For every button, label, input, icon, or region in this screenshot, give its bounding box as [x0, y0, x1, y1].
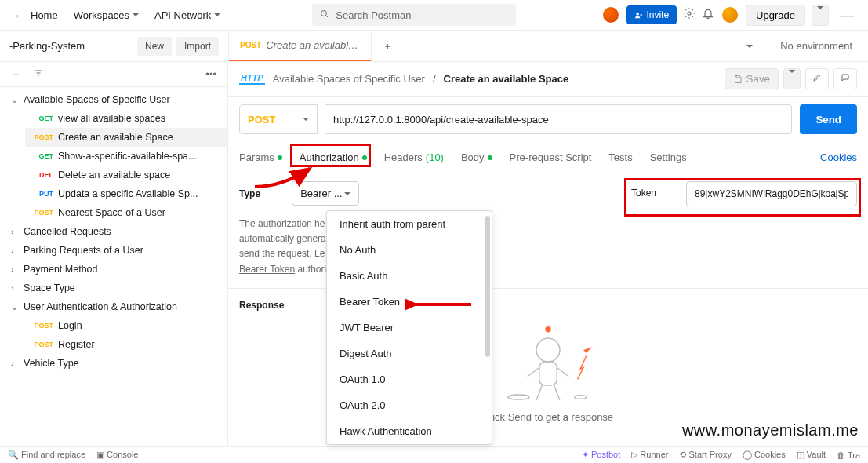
- auth-menu-item[interactable]: Inherit auth from parent: [327, 211, 492, 237]
- sidebar-request-item[interactable]: GETview all available spaces: [25, 109, 227, 128]
- runner-button[interactable]: ▷ Runner: [631, 450, 668, 460]
- tab-body[interactable]: Body: [461, 145, 492, 170]
- save-button[interactable]: Save: [725, 68, 779, 89]
- request-label: view all available spaces: [58, 113, 165, 124]
- sidebar-folder[interactable]: ⌄User Authentication & Authorization: [0, 297, 227, 316]
- more-icon[interactable]: •••: [205, 68, 216, 80]
- breadcrumb-parent[interactable]: Available Spaces of Specific User: [273, 73, 425, 85]
- method-value: POST: [248, 114, 275, 126]
- chevron-icon: ›: [11, 359, 19, 368]
- tab-settings[interactable]: Settings: [650, 145, 687, 170]
- user-avatar[interactable]: [721, 5, 739, 24]
- sidebar-request-item[interactable]: POSTCreate an available Space: [25, 128, 227, 147]
- method-badge: POST: [28, 322, 53, 330]
- token-input[interactable]: [686, 181, 857, 206]
- home-button[interactable]: Home: [24, 5, 64, 26]
- response-empty-hint: Click Send to get a response: [483, 411, 613, 423]
- request-label: Login: [58, 320, 82, 331]
- sidebar-request-item[interactable]: POSTLogin: [25, 316, 227, 335]
- home-label: Home: [31, 9, 58, 21]
- auth-menu-item[interactable]: Bearer Token: [327, 289, 492, 315]
- method-badge: POST: [28, 341, 53, 348]
- settings-icon[interactable]: [683, 7, 695, 23]
- tab-overflow[interactable]: [735, 31, 764, 61]
- tab-headers[interactable]: Headers(10): [384, 145, 444, 170]
- auth-menu-item[interactable]: Hawk Authentication: [327, 418, 492, 444]
- api-network-dropdown[interactable]: API Network: [148, 5, 227, 26]
- sidebar-folder[interactable]: ›Payment Method: [0, 260, 227, 279]
- svg-point-10: [536, 338, 560, 362]
- tab-prerequest[interactable]: Pre-request Script: [510, 145, 592, 170]
- sidebar-folder[interactable]: ›Space Type: [0, 279, 227, 297]
- invite-button[interactable]: Invite: [626, 5, 677, 24]
- startproxy-button[interactable]: ⟲ Start Proxy: [679, 450, 731, 460]
- send-button[interactable]: Send: [800, 104, 857, 134]
- nav-forward-icon[interactable]: →: [9, 9, 21, 22]
- no-env-label: No environment: [780, 40, 852, 52]
- find-replace-button[interactable]: 🔍 Find and replace: [8, 450, 85, 460]
- comment-icon[interactable]: [833, 68, 857, 89]
- tab-tests[interactable]: Tests: [608, 145, 632, 170]
- upgrade-button[interactable]: Upgrade: [746, 5, 805, 26]
- auth-menu-item[interactable]: Digest Auth: [327, 341, 492, 366]
- auth-menu-item[interactable]: OAuth 2.0: [327, 392, 492, 418]
- environment-selector[interactable]: No environment: [764, 31, 868, 61]
- console-button[interactable]: ▣ Console: [96, 450, 138, 460]
- tab-add[interactable]: ＋: [371, 31, 404, 61]
- auth-menu-item[interactable]: No Auth: [327, 237, 492, 263]
- svg-line-13: [528, 367, 539, 376]
- request-label: Show-a-specific-available-spa...: [58, 151, 196, 162]
- workspace-title: -Parking-System: [9, 40, 85, 52]
- sidebar-request-item[interactable]: POSTRegister: [25, 335, 227, 354]
- global-search[interactable]: Search Postman: [312, 4, 516, 26]
- notifications-icon[interactable]: [702, 7, 714, 23]
- sidebar-folder[interactable]: ⌄Available Spaces of Specific User: [0, 90, 227, 109]
- upgrade-caret[interactable]: [812, 5, 829, 26]
- auth-type-menu: Inherit auth from parentNo AuthBasic Aut…: [326, 210, 492, 445]
- sidebar-folder[interactable]: ›Vehicle Type: [0, 354, 227, 373]
- team-avatar[interactable]: [601, 5, 620, 24]
- auth-menu-item[interactable]: JWT Bearer: [327, 315, 492, 341]
- tab-body-label: Body: [461, 151, 485, 163]
- auth-type-dropdown[interactable]: Bearer ...: [292, 181, 359, 206]
- auth-menu-item[interactable]: Basic Auth: [327, 263, 492, 289]
- add-icon[interactable]: ＋: [11, 67, 21, 82]
- url-input[interactable]: [325, 104, 792, 134]
- chevron-icon: ⌄: [11, 95, 19, 105]
- vault-button[interactable]: ◫ Vault: [797, 450, 826, 460]
- request-tab[interactable]: POST Create an available Space: [229, 31, 371, 61]
- tab-auth-label: Authorization: [300, 151, 359, 163]
- sidebar-folder[interactable]: ›Parking Requests of a User: [0, 241, 227, 260]
- minimize-icon[interactable]: —: [835, 7, 859, 24]
- scrollbar[interactable]: [485, 216, 490, 357]
- sidebar-request-item[interactable]: POSTNearest Space of a User: [25, 203, 227, 222]
- chevron-icon: ›: [11, 227, 19, 236]
- save-caret[interactable]: [783, 68, 801, 89]
- method-badge: GET: [28, 152, 53, 160]
- sidebar-request-item[interactable]: GETShow-a-specific-available-spa...: [25, 147, 227, 166]
- edit-icon[interactable]: [805, 68, 829, 89]
- breadcrumb-sep: /: [433, 73, 436, 85]
- runner-label: Runner: [640, 450, 668, 459]
- import-button[interactable]: Import: [176, 37, 219, 56]
- folder-label: Available Spaces of Specific User: [24, 94, 170, 105]
- tab-params[interactable]: Params: [239, 145, 282, 170]
- auth-menu-item[interactable]: OAuth 1.0: [327, 366, 492, 392]
- trash-button[interactable]: 🗑 Tra: [837, 450, 860, 460]
- workspaces-dropdown[interactable]: Workspaces: [67, 5, 145, 26]
- new-button[interactable]: New: [137, 37, 172, 56]
- postbot-label: Postbot: [591, 450, 620, 459]
- cookies-link[interactable]: Cookies: [820, 151, 857, 163]
- svg-point-18: [575, 396, 587, 399]
- auth-type-label: Type: [239, 188, 260, 199]
- svg-line-1: [326, 15, 329, 17]
- sidebar-request-item[interactable]: PUTUpdata a specific Available Sp...: [25, 184, 227, 203]
- tab-authorization[interactable]: Authorization: [300, 145, 367, 170]
- auth-help-link[interactable]: Bearer Token: [239, 264, 295, 275]
- postbot-button[interactable]: ✦ Postbot: [582, 450, 620, 460]
- http-method-dropdown[interactable]: POST: [239, 104, 318, 134]
- sidebar-folder[interactable]: ›Cancelled Requests: [0, 222, 227, 241]
- cookies-button[interactable]: ◯ Cookies: [743, 450, 786, 460]
- sidebar-request-item[interactable]: DELDelete an available space: [25, 166, 227, 184]
- filter-icon[interactable]: [34, 68, 43, 80]
